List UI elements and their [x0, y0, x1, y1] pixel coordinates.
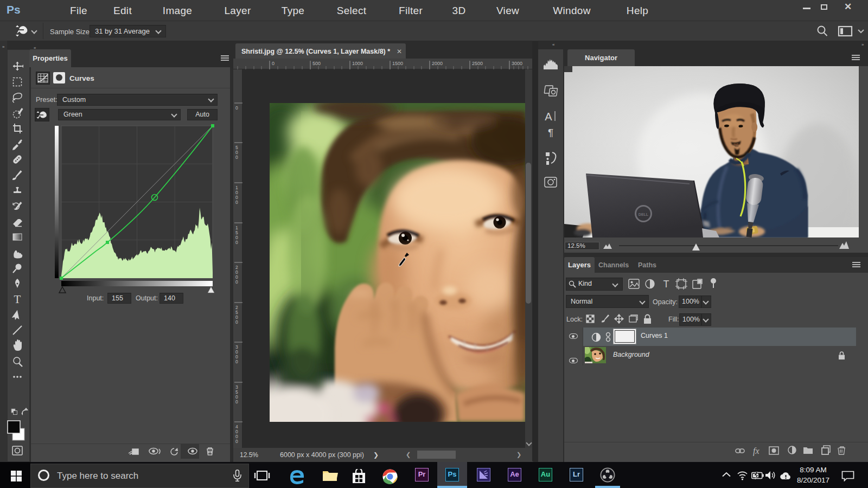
- svg-text:T: T: [663, 279, 669, 290]
- svg-text:0: 0: [235, 279, 238, 285]
- svg-text:500: 500: [312, 61, 321, 66]
- svg-text:A: A: [545, 111, 552, 123]
- svg-text:2000: 2000: [432, 61, 443, 66]
- svg-text:0: 0: [272, 61, 275, 66]
- svg-text:1000: 1000: [352, 61, 363, 66]
- svg-text:3000: 3000: [512, 61, 522, 66]
- svg-text:0: 0: [235, 359, 238, 364]
- svg-text:0: 0: [235, 240, 238, 245]
- svg-text:0: 0: [235, 155, 238, 160]
- svg-text:0: 0: [235, 439, 238, 444]
- svg-text:2500: 2500: [472, 61, 483, 66]
- svg-text:T: T: [14, 293, 21, 306]
- svg-text:DELL: DELL: [639, 213, 649, 216]
- svg-text:0: 0: [235, 105, 238, 111]
- svg-text:fx: fx: [753, 446, 760, 456]
- svg-text:0: 0: [235, 399, 238, 404]
- svg-text:¶: ¶: [548, 127, 553, 138]
- svg-text:1500: 1500: [392, 61, 403, 66]
- svg-text:0: 0: [235, 319, 238, 325]
- svg-text:0: 0: [235, 200, 238, 205]
